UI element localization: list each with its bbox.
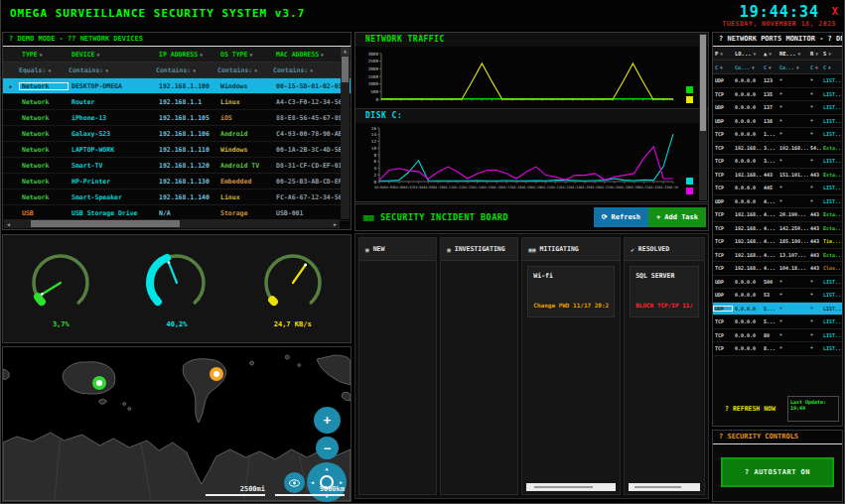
scrollbar-thumb[interactable] <box>634 486 681 488</box>
scroll-left-icon[interactable]: ◀ <box>4 221 13 227</box>
column-header-type[interactable]: TYPE▼ <box>19 51 69 59</box>
ports-filter-cell[interactable]: C▼ <box>762 64 777 70</box>
device-row[interactable]: NetworkHP-Printer192.168.1.130Embedded00… <box>3 174 351 189</box>
filter-cell[interactable]: Contains:▼ <box>273 66 351 74</box>
ports-filter-cell[interactable]: C▼ <box>821 64 842 70</box>
vertical-scrollbar[interactable]: ▲ <box>341 47 350 219</box>
ports-filter-cell[interactable]: Co...▼ <box>777 64 808 70</box>
scrollbar-thumb[interactable] <box>342 57 349 82</box>
port-row[interactable]: TCP192.168...4...13.107...443Esta... <box>713 249 842 263</box>
filter-icon[interactable]: ▼ <box>254 68 257 73</box>
filter-icon[interactable]: ▼ <box>828 52 831 57</box>
filter-icon[interactable]: ▼ <box>249 53 252 58</box>
incident-card[interactable]: SQL SERVERBLOCK TCP/IP 11/ <box>630 266 699 317</box>
scale-km: 5000km <box>275 485 345 496</box>
map-pan-compass[interactable]: ▲ ▼ ◀ ▶ <box>307 462 347 502</box>
map-zoom-out-button[interactable]: − <box>316 437 339 459</box>
filter-icon[interactable]: ▼ <box>752 65 755 70</box>
ports-column-header[interactable]: S▼ <box>821 51 842 57</box>
close-icon[interactable]: X <box>831 5 838 18</box>
filter-icon[interactable]: ▼ <box>815 65 818 70</box>
port-row[interactable]: TCP192.168...3...192.168...54...Esta... <box>713 142 842 156</box>
device-row[interactable]: ▶NetworkDESKTOP-OMEGA192.168.1.100Window… <box>3 78 351 94</box>
filter-icon[interactable]: ▼ <box>321 53 324 58</box>
port-row[interactable]: TCP0.0.0.08...**LIST... <box>713 342 842 356</box>
port-row[interactable]: TCP0.0.0.01...**LIST... <box>713 128 842 142</box>
filter-icon[interactable]: ▼ <box>815 52 818 57</box>
device-row[interactable]: NetworkSmart-TV192.168.1.120Android TVD8… <box>3 158 351 174</box>
horizontal-scrollbar[interactable] <box>629 483 700 491</box>
ports-filter-cell[interactable]: C▼ <box>713 64 733 70</box>
scrollbar-thumb[interactable] <box>700 35 706 131</box>
filter-icon[interactable]: ▼ <box>828 65 831 70</box>
filter-icon[interactable]: ▼ <box>769 65 772 70</box>
filter-icon[interactable]: ▼ <box>720 65 723 70</box>
column-header-ip-address[interactable]: IP ADDRESS▼ <box>156 51 217 59</box>
add-task-button[interactable]: + Add Task <box>648 207 706 227</box>
port-row[interactable]: TCP192.168...4...104.18...443Clos... <box>713 262 842 276</box>
ports-column-header[interactable]: RE...▼ <box>777 51 808 57</box>
ports-filter-cell[interactable]: C▼ <box>808 64 821 70</box>
port-row[interactable]: TCP0.0.0.05...**LIST... <box>713 315 842 329</box>
scroll-up-icon[interactable]: ▲ <box>341 47 350 56</box>
vertical-scrollbar[interactable] <box>699 34 707 200</box>
filter-cell[interactable]: Contains:▼ <box>217 66 273 74</box>
filter-icon[interactable]: ▼ <box>310 68 313 73</box>
port-row[interactable]: TCP192.168...4...20.190...443Esta... <box>713 208 842 222</box>
ports-column-header[interactable]: ▲▼ <box>762 51 777 57</box>
filter-cell[interactable]: Contains:▼ <box>69 66 156 74</box>
filter-cell[interactable]: Contains:▼ <box>156 66 217 74</box>
ports-column-header[interactable]: P▼ <box>713 51 733 57</box>
filter-icon[interactable]: ▼ <box>754 52 757 57</box>
port-row[interactable]: TCP0.0.0.080**LIST... <box>713 329 842 343</box>
pan-up-icon[interactable]: ▲ <box>325 465 328 471</box>
map-zoom-in-button[interactable]: + <box>314 407 341 434</box>
port-row[interactable]: UDP0.0.0.0500**LIST... <box>713 276 842 290</box>
refresh-now-button[interactable]: ? REFRESH NOW <box>713 405 787 413</box>
filter-icon[interactable]: ▼ <box>40 53 43 58</box>
filter-icon[interactable]: ▼ <box>48 68 51 73</box>
port-row[interactable]: UDP0.0.0.0137**LIST... <box>713 101 842 115</box>
filter-icon[interactable]: ▼ <box>798 52 801 57</box>
ports-column-header[interactable]: R▼ <box>808 51 821 57</box>
device-row[interactable]: NetworkGalaxy-S23192.168.1.106AndroidC4-… <box>3 126 351 142</box>
incident-card[interactable]: Wi-fiChange PWD 11/17 20:2 <box>527 266 615 317</box>
filter-icon[interactable]: ▼ <box>193 68 196 73</box>
port-row[interactable]: UDP0.0.0.04...**LIST... <box>713 195 842 209</box>
port-row[interactable]: TCP0.0.0.03...**LIST... <box>713 155 842 169</box>
filter-icon[interactable]: ▼ <box>769 52 772 57</box>
port-row[interactable]: UDP0.0.0.0123**LIST... <box>713 74 842 88</box>
column-header-os-type[interactable]: OS TYPE▼ <box>217 51 273 59</box>
filter-icon[interactable]: ▼ <box>105 68 108 73</box>
scrollbar-thumb[interactable] <box>534 486 593 488</box>
ports-column-header[interactable]: LO...▼ <box>733 51 762 57</box>
port-row[interactable]: TCP192.168...4...185.199...443Tim... <box>713 235 842 249</box>
port-row[interactable]: TCP192.168...4...142.250...443Esta... <box>713 222 842 236</box>
device-row[interactable]: NetworkRouter192.168.1.1LinuxA4-C3-F0-12… <box>3 94 351 110</box>
column-header-device[interactable]: DEVICE▼ <box>69 51 156 59</box>
port-row[interactable]: TCP0.0.0.0445**LIST... <box>713 182 842 195</box>
port-row[interactable]: UDP0.0.0.0138**LIST... <box>713 115 842 129</box>
filter-icon[interactable]: ▼ <box>96 53 99 58</box>
port-row[interactable]: TCP192.168...443151.101...443Esta... <box>713 169 842 183</box>
port-row[interactable]: TCP0.0.0.0135**LIST... <box>713 88 842 102</box>
autostart-button[interactable]: ? AUTOSTART ON <box>721 457 834 487</box>
horizontal-scrollbar[interactable] <box>526 483 616 491</box>
filter-cell[interactable]: Equals:▼ <box>19 66 69 74</box>
device-row[interactable]: NetworkiPhone-13192.168.1.105iOS88-E8-56… <box>3 110 351 126</box>
marker-orange[interactable] <box>210 367 223 381</box>
filter-icon[interactable]: ▼ <box>796 65 799 70</box>
marker-green[interactable] <box>92 376 106 390</box>
scroll-right-icon[interactable]: ▶ <box>331 221 340 227</box>
refresh-button[interactable]: ⟳ Refresh <box>594 207 648 227</box>
device-row[interactable]: NetworkSmart-Speaker192.168.1.140LinuxFC… <box>3 189 351 205</box>
ports-filter-cell[interactable]: Co...▼ <box>733 64 762 70</box>
port-row[interactable]: UDP0.0.0.05...**LIST... <box>713 303 842 316</box>
scrollbar-thumb[interactable] <box>31 220 180 227</box>
device-row[interactable]: NetworkLAPTOP-WORK192.168.1.110Windows00… <box>3 142 351 158</box>
filter-icon[interactable]: ▼ <box>200 53 203 58</box>
filter-icon[interactable]: ▼ <box>720 52 723 57</box>
horizontal-scrollbar[interactable]: ◀ ▶ <box>4 219 340 228</box>
port-row[interactable]: UDP0.0.0.053**LIST... <box>713 289 842 303</box>
column-header-mac-address[interactable]: MAC ADDRESS▼ <box>273 51 351 59</box>
